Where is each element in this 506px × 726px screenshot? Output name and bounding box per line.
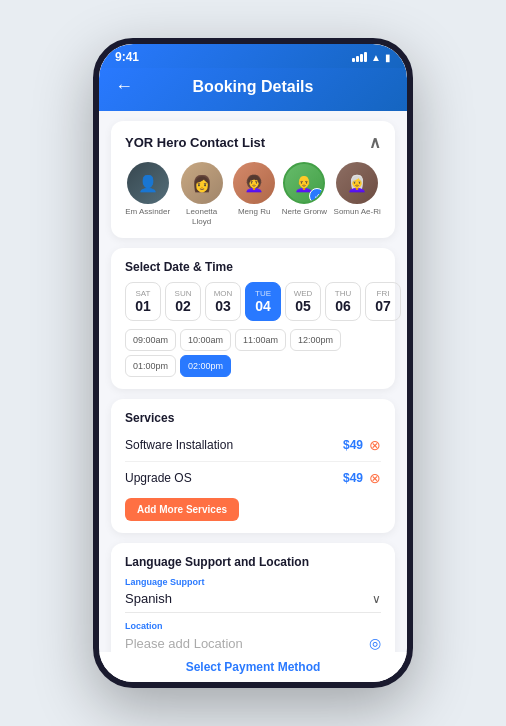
divider [125,461,381,462]
services-card: Services Software Installation $49 ⊗ Upg… [111,399,395,533]
day-fri[interactable]: FRI 07 [365,282,401,321]
time-0900[interactable]: 09:00am [125,329,176,351]
page-title: Booking Details [141,78,365,96]
language-dropdown[interactable]: Spanish ∨ [125,591,381,613]
day-mon[interactable]: MON 03 [205,282,241,321]
contact-name: Somun Ae-Ri [334,207,381,217]
service-price-2: $49 [343,471,363,485]
time-1000[interactable]: 10:00am [180,329,231,351]
avatar: 👩‍🦲 ✓ [283,162,325,204]
day-thu[interactable]: THU 06 [325,282,361,321]
service-price-1: $49 [343,438,363,452]
contact-item[interactable]: 👩‍🦱 Meng Ru [233,162,275,226]
time-1200[interactable]: 12:00pm [290,329,341,351]
contact-name: Meng Ru [238,207,270,217]
location-field[interactable]: Please add Location ◎ [125,635,381,652]
avatar: 👤 [127,162,169,204]
time-1100[interactable]: 11:00am [235,329,286,351]
contact-list-card: YOR Hero Contact List ∧ 👤 Em Assinder 👩 … [111,121,395,238]
add-more-services-button[interactable]: Add More Services [125,498,239,521]
battery-icon: ▮ [385,52,391,63]
day-tue[interactable]: TUE 04 [245,282,281,321]
contact-item[interactable]: 👩 Leonetta Lloyd [177,162,227,226]
wifi-icon: ▲ [371,52,381,63]
phone-frame: 9:41 ▲ ▮ ← Booking Details YOR [93,38,413,688]
date-time-label: Select Date & Time [125,260,381,274]
header: ← Booking Details [99,68,407,111]
contact-name: Em Assinder [125,207,170,217]
avatar: 👩 [181,162,223,204]
days-row: SAT 01 SUN 02 MON 03 TUE 04 [125,282,381,321]
status-time: 9:41 [115,50,139,64]
status-icons: ▲ ▮ [352,52,391,63]
language-value: Spanish [125,591,172,606]
contact-item[interactable]: 👩‍🦲 ✓ Nerte Gronw [282,162,327,226]
location-label: Location [125,621,381,631]
time-1300[interactable]: 01:00pm [125,355,176,377]
signal-icon [352,52,367,62]
location-placeholder: Please add Location [125,636,243,651]
contact-item[interactable]: 👤 Em Assinder [125,162,170,226]
contact-item[interactable]: 👩‍🦳 Somun Ae-Ri [334,162,381,226]
contact-name: Nerte Gronw [282,207,327,217]
service-row-2: Upgrade OS $49 ⊗ [125,466,381,490]
language-location-title: Language Support and Location [125,555,381,569]
contacts-row: 👤 Em Assinder 👩 Leonetta Lloyd 👩‍🦱 Meng … [125,162,381,226]
times-row: 09:00am 10:00am 11:00am 12:00pm 01:00pm … [125,329,381,377]
language-group: Language Support Spanish ∨ [125,577,381,613]
back-button[interactable]: ← [115,76,133,97]
service-name-1: Software Installation [125,438,233,452]
service-row-1: Software Installation $49 ⊗ [125,433,381,457]
day-wed[interactable]: WED 05 [285,282,321,321]
avatar: 👩‍🦱 [233,162,275,204]
services-label: Services [125,411,381,425]
language-location-card: Language Support and Location Language S… [111,543,395,652]
day-sat[interactable]: SAT 01 [125,282,161,321]
phone-inner: 9:41 ▲ ▮ ← Booking Details YOR [99,44,407,682]
avatar: 👩‍🦳 [336,162,378,204]
location-icon: ◎ [369,635,381,651]
time-1400[interactable]: 02:00pm [180,355,231,377]
status-bar: 9:41 ▲ ▮ [99,44,407,68]
payment-method-link[interactable]: Select Payment Method [99,652,407,682]
chevron-up-icon[interactable]: ∧ [369,133,381,152]
location-group: Location Please add Location ◎ [125,621,381,652]
date-time-card: Select Date & Time SAT 01 SUN 02 MON 03 [111,248,395,389]
chevron-down-icon: ∨ [372,592,381,606]
language-label: Language Support [125,577,381,587]
day-sun[interactable]: SUN 02 [165,282,201,321]
remove-service-1-icon[interactable]: ⊗ [369,437,381,453]
remove-service-2-icon[interactable]: ⊗ [369,470,381,486]
service-name-2: Upgrade OS [125,471,192,485]
content-area: YOR Hero Contact List ∧ 👤 Em Assinder 👩 … [99,111,407,652]
contact-list-title: YOR Hero Contact List ∧ [125,133,381,152]
contact-name: Leonetta Lloyd [177,207,227,226]
